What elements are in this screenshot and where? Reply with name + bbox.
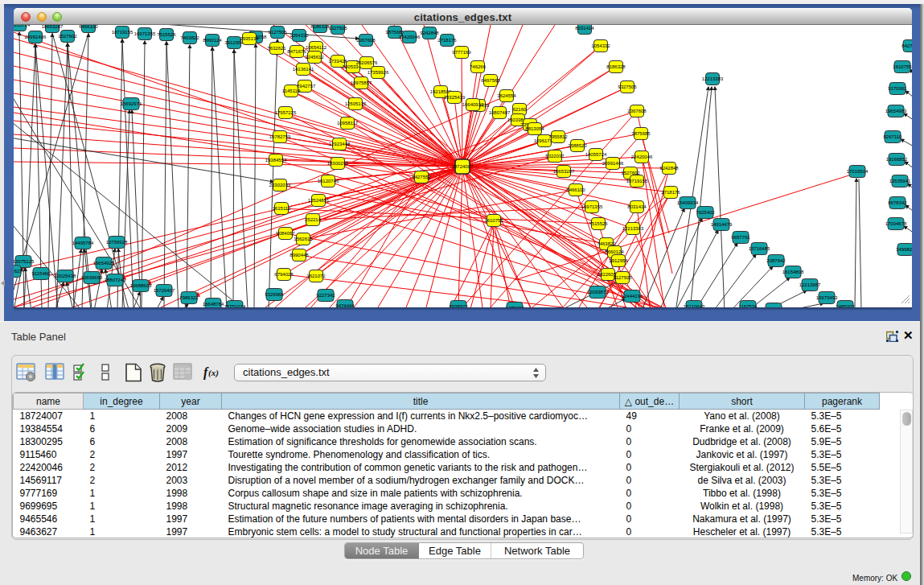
svg-text:9127505: 9127505	[268, 30, 287, 35]
svg-text:8031414: 8031414	[575, 26, 594, 31]
svg-text:9115460: 9115460	[32, 271, 51, 276]
svg-text:10653287: 10653287	[553, 169, 575, 174]
svg-text:1733426: 1733426	[328, 59, 347, 64]
svg-text:1610755: 1610755	[484, 218, 503, 223]
svg-text:7515526: 7515526	[589, 221, 608, 226]
svg-text:9463627: 9463627	[14, 269, 23, 274]
svg-text:7515526: 7515526	[157, 32, 176, 37]
svg-text:2367608: 2367608	[356, 38, 376, 43]
svg-text:10025438: 10025438	[55, 274, 76, 278]
svg-text:10699695: 10699695	[81, 275, 103, 280]
svg-text:10975857: 10975857	[351, 80, 372, 85]
svg-text:20206576: 20206576	[356, 60, 378, 65]
svg-text:10973493: 10973493	[816, 295, 838, 300]
svg-text:14914479: 14914479	[711, 222, 733, 227]
svg-text:1054332: 1054332	[290, 33, 309, 38]
svg-text:15716485: 15716485	[749, 246, 770, 251]
svg-text:9327505: 9327505	[328, 26, 347, 31]
svg-text:2087642: 2087642	[766, 258, 786, 263]
svg-text:18300295: 18300295	[327, 161, 349, 166]
svg-text:15409934: 15409934	[677, 200, 699, 205]
svg-text:6466100: 6466100	[566, 187, 585, 192]
svg-text:16154808: 16154808	[782, 270, 804, 274]
svg-text:1621072: 1621072	[306, 274, 326, 278]
svg-text:14495784: 14495784	[72, 241, 94, 245]
svg-text:3624554: 3624554	[497, 93, 516, 98]
svg-text:12213383: 12213383	[702, 76, 724, 81]
svg-text:3875685: 3875685	[631, 131, 651, 136]
svg-text:15720407: 15720407	[154, 288, 175, 293]
svg-text:6497568: 6497568	[481, 78, 500, 83]
svg-text:8427552: 8427552	[412, 175, 431, 179]
svg-text:7625402: 7625402	[696, 210, 715, 215]
svg-text:14055724: 14055724	[585, 152, 607, 157]
svg-text:62160: 62160	[513, 107, 527, 112]
svg-text:7632621: 7632621	[267, 46, 286, 51]
svg-text:252214: 252214	[305, 217, 322, 222]
svg-text:12444191: 12444191	[622, 294, 643, 299]
svg-text:22420046: 22420046	[631, 154, 653, 159]
svg-text:2718176: 2718176	[437, 38, 457, 43]
svg-text:19654923: 19654923	[93, 261, 115, 266]
svg-text:9777169: 9777169	[452, 50, 471, 55]
svg-text:10958117: 10958117	[337, 121, 359, 126]
svg-text:8186328: 8186328	[310, 25, 330, 29]
svg-text:8267110: 8267110	[884, 134, 903, 139]
svg-text:7955812: 7955812	[548, 134, 568, 139]
svg-text:7463822: 7463822	[180, 35, 199, 40]
svg-text:16971355: 16971355	[134, 31, 156, 36]
svg-text:20991406: 20991406	[25, 35, 47, 39]
svg-text:9227342: 9227342	[316, 293, 335, 298]
svg-text:10654112: 10654112	[306, 45, 327, 50]
svg-text:19166852: 19166852	[886, 157, 908, 162]
svg-text:2935134: 2935134	[240, 36, 259, 41]
svg-text:20991406: 20991406	[602, 161, 624, 166]
svg-text:13535941: 13535941	[889, 179, 911, 183]
svg-text:1615112: 1615112	[273, 206, 292, 211]
svg-text:13325419: 13325419	[444, 95, 466, 100]
svg-text:12923448: 12923448	[329, 142, 351, 146]
svg-text:12093872: 12093872	[587, 290, 609, 295]
svg-text:10688609: 10688609	[130, 283, 152, 288]
svg-text:5322037: 5322037	[545, 154, 565, 159]
svg-text:8813054: 8813054	[525, 126, 544, 131]
svg-text:15692971: 15692971	[121, 101, 142, 106]
svg-text:7986322: 7986322	[179, 295, 199, 300]
svg-text:1054332: 1054332	[591, 43, 610, 48]
svg-text:9657791: 9657791	[731, 235, 750, 240]
svg-text:17004678: 17004678	[885, 221, 907, 226]
svg-text:8471676: 8471676	[287, 49, 306, 54]
svg-text:12213987: 12213987	[799, 282, 821, 287]
svg-text:10756928: 10756928	[106, 240, 128, 245]
svg-text:9242848: 9242848	[659, 166, 679, 171]
svg-text:14136141: 14136141	[293, 67, 314, 72]
svg-text:9242848: 9242848	[420, 31, 439, 35]
svg-text:9245612: 9245612	[305, 55, 324, 60]
svg-text:18724007: 18724007	[452, 164, 474, 169]
svg-text:2367608: 2367608	[627, 109, 647, 113]
svg-text:17016504: 17016504	[847, 169, 869, 174]
svg-text:12505135: 12505135	[345, 101, 367, 106]
svg-text:1527602: 1527602	[58, 34, 77, 39]
svg-text:16640910: 16640910	[462, 102, 484, 107]
svg-text:2718176: 2718176	[661, 190, 680, 195]
svg-text:8660124: 8660124	[605, 249, 624, 254]
svg-text:14055724: 14055724	[14, 25, 31, 27]
svg-text:8031414: 8031414	[627, 204, 647, 209]
svg-text:17957225: 17957225	[275, 110, 297, 115]
svg-text:8990448: 8990448	[290, 253, 309, 257]
svg-text:8427552: 8427552	[901, 43, 912, 48]
svg-text:16648784: 16648784	[203, 302, 224, 307]
svg-text:10653287: 10653287	[42, 25, 64, 29]
svg-text:16971355: 16971355	[581, 204, 603, 209]
svg-text:3912954: 3912954	[609, 258, 628, 263]
svg-text:16120746: 16120746	[318, 179, 339, 183]
svg-text:17359926: 17359926	[368, 70, 389, 75]
svg-text:9327505: 9327505	[618, 84, 637, 89]
svg-text:10807487: 10807487	[489, 110, 511, 115]
svg-text:22420046: 22420046	[399, 35, 421, 39]
svg-text:18807249: 18807249	[105, 278, 126, 282]
svg-text:16782759: 16782759	[269, 134, 291, 139]
svg-text:9329966: 9329966	[265, 292, 284, 297]
svg-text:1610755: 1610755	[893, 64, 912, 69]
